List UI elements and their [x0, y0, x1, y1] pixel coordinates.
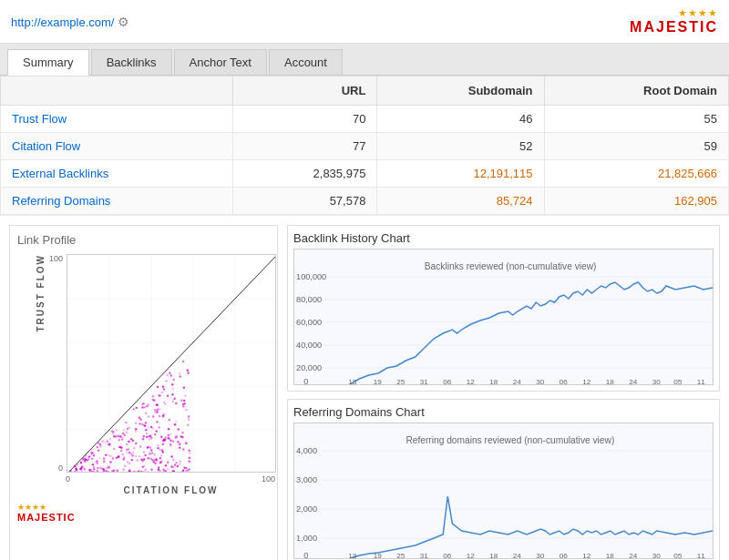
svg-text:Backlinks reviewed (non-cumula: Backlinks reviewed (non-cumulative view) — [425, 261, 597, 271]
svg-point-32 — [171, 401, 173, 402]
row-label-ref-domains[interactable]: Referring Domains — [1, 188, 233, 215]
svg-point-394 — [139, 445, 141, 447]
svg-point-249 — [128, 470, 130, 472]
svg-point-285 — [108, 443, 110, 445]
col-header-url: URL — [233, 76, 377, 106]
tab-bar: Summary Backlinks Anchor Text Account — [0, 44, 729, 76]
svg-point-74 — [167, 468, 169, 470]
svg-point-104 — [150, 468, 152, 470]
svg-point-267 — [93, 466, 95, 468]
svg-text:24: 24 — [513, 378, 522, 385]
svg-point-339 — [111, 470, 113, 472]
svg-point-11 — [130, 453, 132, 454]
x-axis-0: 0 — [66, 474, 70, 484]
col-header-label — [1, 76, 233, 106]
svg-text:30: 30 — [652, 378, 662, 385]
svg-point-76 — [88, 472, 90, 473]
svg-point-366 — [173, 472, 175, 473]
svg-point-40 — [154, 412, 156, 413]
svg-point-20 — [148, 426, 149, 428]
svg-point-290 — [162, 468, 164, 470]
svg-point-349 — [93, 472, 95, 473]
y-axis-label: TRUST FLOW — [36, 254, 46, 332]
svg-point-223 — [80, 462, 82, 463]
svg-point-71 — [145, 412, 147, 414]
svg-point-125 — [112, 433, 114, 435]
svg-point-155 — [131, 459, 133, 461]
svg-point-382 — [127, 461, 128, 463]
svg-point-309 — [135, 443, 137, 444]
row-label-ext-backlinks[interactable]: External Backlinks — [1, 160, 233, 188]
svg-point-237 — [132, 452, 134, 453]
svg-point-293 — [151, 459, 153, 461]
gear-icon[interactable]: ⚙ — [118, 15, 129, 29]
scatter-svg — [67, 254, 276, 473]
svg-point-54 — [172, 379, 174, 381]
svg-point-93 — [122, 437, 124, 439]
svg-point-300 — [128, 441, 129, 443]
col-header-rootdomain: Root Domain — [544, 76, 728, 106]
svg-point-67 — [169, 372, 170, 373]
svg-text:18: 18 — [606, 378, 615, 385]
svg-point-361 — [108, 453, 109, 455]
svg-point-207 — [146, 405, 148, 407]
svg-point-306 — [74, 471, 76, 473]
svg-point-154 — [127, 428, 128, 430]
svg-point-63 — [135, 455, 137, 457]
svg-point-178 — [123, 456, 125, 458]
svg-point-258 — [76, 469, 77, 471]
svg-point-112 — [99, 467, 101, 469]
svg-point-312 — [141, 406, 143, 408]
svg-point-376 — [69, 470, 71, 472]
svg-point-369 — [170, 455, 172, 457]
svg-point-357 — [155, 430, 157, 432]
svg-point-270 — [84, 468, 86, 470]
svg-point-372 — [98, 472, 100, 473]
tab-backlinks[interactable]: Backlinks — [91, 49, 172, 75]
svg-point-252 — [167, 461, 169, 463]
svg-text:100,000: 100,000 — [296, 272, 326, 281]
svg-point-38 — [184, 395, 186, 397]
svg-point-302 — [153, 459, 155, 461]
svg-text:3,000: 3,000 — [296, 475, 317, 484]
url-link[interactable]: http://example.com/ — [11, 15, 114, 29]
svg-point-368 — [184, 467, 186, 469]
logo-bottom: ★★★★ MAJESTIC — [17, 503, 270, 523]
row-root-ref-domains: 162,905 — [544, 188, 728, 215]
svg-point-257 — [157, 409, 159, 411]
backlink-chart-title: Backlink History Chart — [293, 231, 714, 245]
backlink-chart-svg: 100,000 80,000 60,000 40,000 20,000 0 Ba… — [294, 249, 713, 385]
svg-point-122 — [175, 402, 177, 404]
svg-point-291 — [118, 435, 120, 437]
svg-point-311 — [181, 436, 183, 438]
svg-text:18: 18 — [489, 378, 498, 385]
x-axis-100: 100 — [262, 474, 275, 484]
svg-point-92 — [115, 429, 117, 431]
bottom-section: Link Profile TRUST FLOW 100 0 — [0, 215, 729, 560]
majestic-logo: ★★★★ MAJESTIC — [630, 7, 718, 36]
svg-point-161 — [93, 454, 95, 456]
tab-anchor-text[interactable]: Anchor Text — [174, 49, 267, 75]
svg-point-180 — [148, 403, 149, 405]
svg-point-387 — [108, 466, 109, 468]
logo-bottom-brand: MAJESTIC — [17, 512, 76, 523]
svg-point-53 — [146, 436, 148, 438]
row-url-ref-domains: 57,578 — [233, 188, 377, 215]
svg-point-224 — [158, 394, 159, 396]
svg-text:60,000: 60,000 — [296, 318, 322, 327]
svg-point-94 — [165, 436, 167, 438]
svg-point-328 — [91, 452, 93, 453]
row-label-trust-flow[interactable]: Trust Flow — [1, 106, 233, 133]
row-label-citation-flow[interactable]: Citation Flow — [1, 133, 233, 160]
svg-point-56 — [84, 472, 86, 473]
main-content: URL Subdomain Root Domain Trust Flow 70 … — [0, 76, 729, 560]
svg-point-85 — [103, 457, 105, 459]
svg-point-39 — [88, 458, 90, 460]
svg-point-42 — [187, 424, 189, 426]
tab-account[interactable]: Account — [269, 49, 343, 75]
svg-point-343 — [144, 406, 146, 408]
tab-summary[interactable]: Summary — [7, 49, 89, 76]
svg-point-397 — [149, 439, 150, 441]
svg-point-263 — [171, 383, 173, 385]
svg-point-238 — [160, 436, 162, 438]
